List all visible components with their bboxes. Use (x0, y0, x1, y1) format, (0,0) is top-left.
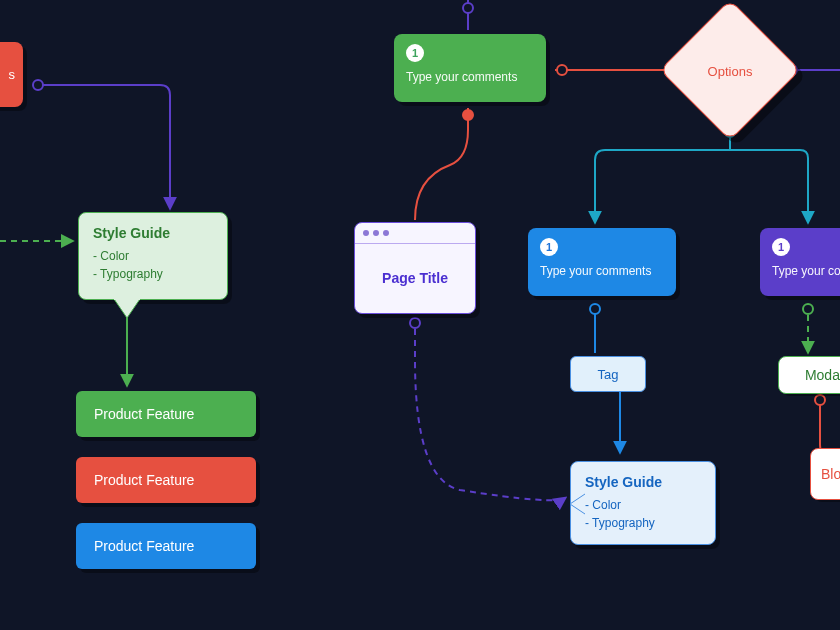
svg-point-6 (463, 110, 473, 120)
product-feature-green[interactable]: Product Feature (76, 391, 256, 437)
modal-node[interactable]: Modal (778, 356, 840, 394)
options-label: Options (660, 64, 800, 79)
window-titlebar (355, 223, 475, 244)
comment-text: Type your comments (406, 70, 534, 84)
comment-node-blue[interactable]: 1 Type your comments (528, 228, 676, 296)
comment-badge: 1 (540, 238, 558, 256)
modal-label: Modal (805, 367, 840, 383)
page-title-text: Page Title (355, 244, 475, 312)
red-partial-node[interactable]: s (0, 42, 23, 107)
svg-point-2 (557, 65, 567, 75)
block-node[interactable]: Block (810, 448, 840, 500)
product-feature-blue[interactable]: Product Feature (76, 523, 256, 569)
traffic-light-icon (373, 230, 379, 236)
style-guide-item: - Color (93, 247, 213, 265)
comment-text: Type your comments (772, 264, 840, 278)
flowchart-canvas[interactable]: s 1 Type your comments Options Style Gui… (0, 0, 840, 630)
svg-point-10 (815, 395, 825, 405)
comment-node-purple[interactable]: 1 Type your comments (760, 228, 840, 296)
feature-label: Product Feature (94, 406, 194, 422)
comment-badge: 1 (772, 238, 790, 256)
feature-label: Product Feature (94, 538, 194, 554)
tag-node[interactable]: Tag (570, 356, 646, 392)
svg-point-7 (410, 318, 420, 328)
style-guide-green-node[interactable]: Style Guide - Color - Typography (78, 212, 228, 300)
speech-tail (112, 298, 142, 320)
style-guide-title: Style Guide (93, 225, 213, 241)
tag-label: Tag (598, 367, 619, 382)
svg-point-9 (803, 304, 813, 314)
comment-node-green[interactable]: 1 Type your comments (394, 34, 546, 102)
svg-point-8 (590, 304, 600, 314)
node-text-fragment: s (9, 67, 16, 82)
options-decision-node[interactable]: Options (680, 20, 780, 120)
page-window-node[interactable]: Page Title (354, 222, 476, 314)
style-guide-title: Style Guide (585, 474, 701, 490)
feature-label: Product Feature (94, 472, 194, 488)
speech-tail (570, 490, 594, 520)
traffic-light-icon (363, 230, 369, 236)
product-feature-red[interactable]: Product Feature (76, 457, 256, 503)
block-label: Block (821, 466, 840, 482)
comment-badge: 1 (406, 44, 424, 62)
svg-point-0 (463, 3, 473, 13)
style-guide-item: - Typography (93, 265, 213, 283)
svg-point-1 (33, 80, 43, 90)
comment-text: Type your comments (540, 264, 664, 278)
style-guide-item: - Color (585, 496, 701, 514)
style-guide-item: - Typography (585, 514, 701, 532)
traffic-light-icon (383, 230, 389, 236)
